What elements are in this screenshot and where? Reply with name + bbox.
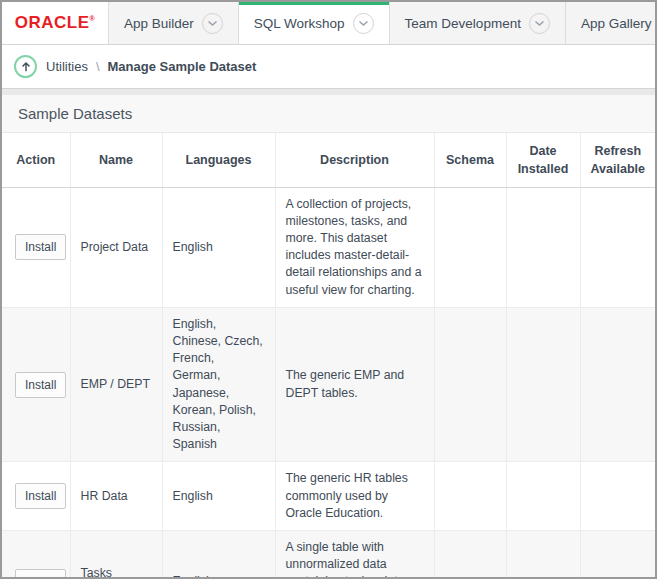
description-cell: The generic HR tables commonly used by O…: [275, 462, 434, 531]
up-arrow-icon[interactable]: [14, 55, 37, 78]
languages-cell: English, Chinese, Czech, French, German,…: [162, 307, 275, 462]
tab-sql-workshop[interactable]: SQL Workshop: [239, 2, 390, 44]
tab-app-builder[interactable]: App Builder: [109, 2, 239, 44]
install-button[interactable]: Install: [15, 483, 66, 509]
tab-label: SQL Workshop: [254, 16, 345, 31]
schema-cell: [434, 187, 506, 307]
date-installed-cell: [506, 462, 580, 531]
registered-mark: ®: [90, 15, 96, 22]
languages-cell: English: [162, 187, 275, 307]
refresh-available-cell: [580, 187, 655, 307]
column-header-name: Name: [70, 133, 162, 187]
table-row: Install HR Data English The generic HR t…: [2, 462, 655, 531]
name-cell: Project Data: [70, 187, 162, 307]
column-header-refresh-available: Refresh Available: [580, 133, 655, 187]
page-title: Manage Sample Dataset: [108, 59, 257, 74]
action-cell: Install: [2, 462, 70, 531]
chevron-down-icon[interactable]: [202, 13, 223, 34]
tab-team-development[interactable]: Team Development: [390, 2, 566, 44]
table-row: Install Tasks Spreadsheet English A sing…: [2, 530, 655, 579]
name-cell: EMP / DEPT: [70, 307, 162, 462]
sample-datasets-table: Action Name Languages Description Schema…: [2, 133, 655, 579]
action-cell: Install: [2, 530, 70, 579]
breadcrumb-utilities-link[interactable]: Utilities: [46, 59, 88, 74]
refresh-available-cell: [580, 307, 655, 462]
install-button[interactable]: Install: [15, 372, 66, 398]
name-cell: Tasks Spreadsheet: [70, 530, 162, 579]
refresh-available-cell: [580, 462, 655, 531]
action-cell: Install: [2, 187, 70, 307]
action-cell: Install: [2, 307, 70, 462]
column-header-action: Action: [2, 133, 70, 187]
date-installed-cell: [506, 530, 580, 579]
description-cell: A collection of projects, milestones, ta…: [275, 187, 434, 307]
table-row: Install Project Data English A collectio…: [2, 187, 655, 307]
column-header-description: Description: [275, 133, 434, 187]
table-row: Install EMP / DEPT English, Chinese, Cze…: [2, 307, 655, 462]
schema-cell: [434, 530, 506, 579]
languages-cell: English: [162, 530, 275, 579]
tab-label: Team Development: [405, 16, 521, 31]
app-window: ORACLE® App Builder SQL Workshop Team De…: [0, 0, 657, 579]
breadcrumb-separator: \: [96, 59, 100, 74]
date-installed-cell: [506, 187, 580, 307]
column-header-schema: Schema: [434, 133, 506, 187]
refresh-available-cell: [580, 530, 655, 579]
top-tab-bar: ORACLE® App Builder SQL Workshop Team De…: [2, 2, 655, 45]
tab-app-gallery[interactable]: App Gallery: [566, 2, 657, 44]
schema-cell: [434, 462, 506, 531]
description-cell: A single table with unnormalized data co…: [275, 530, 434, 579]
oracle-logo-text: ORACLE: [15, 13, 90, 32]
column-header-languages: Languages: [162, 133, 275, 187]
install-button[interactable]: Install: [15, 234, 66, 260]
schema-cell: [434, 307, 506, 462]
languages-cell: English: [162, 462, 275, 531]
column-header-date-installed: Date Installed: [506, 133, 580, 187]
region-title: Sample Datasets: [2, 95, 655, 133]
tab-label: App Builder: [124, 16, 194, 31]
chevron-down-icon[interactable]: [353, 13, 374, 34]
tab-label: App Gallery: [581, 16, 652, 31]
name-cell: HR Data: [70, 462, 162, 531]
oracle-logo: ORACLE®: [2, 2, 109, 44]
chevron-down-icon[interactable]: [529, 13, 550, 34]
date-installed-cell: [506, 307, 580, 462]
table-header-row: Action Name Languages Description Schema…: [2, 133, 655, 187]
description-cell: The generic EMP and DEPT tables.: [275, 307, 434, 462]
install-button[interactable]: Install: [15, 569, 66, 579]
breadcrumb: Utilities \ Manage Sample Dataset: [2, 45, 655, 89]
